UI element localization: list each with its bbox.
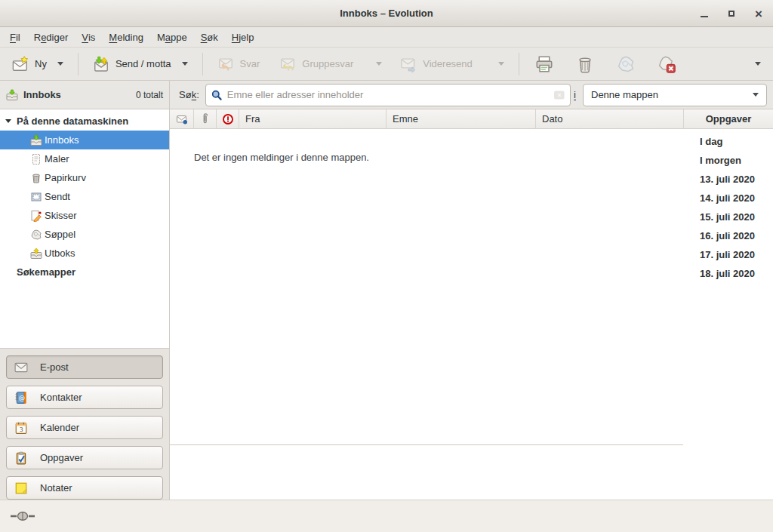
switcher-label: E-post (40, 361, 69, 373)
folder-row[interactable]: Skisser (0, 206, 169, 225)
task-date-label: I morgen (700, 155, 741, 166)
column-attachment[interactable] (194, 109, 217, 128)
search-input[interactable] (227, 89, 549, 100)
folder-row[interactable]: Sendt (0, 187, 169, 206)
column-subject[interactable]: Emne (386, 109, 536, 128)
new-message-button[interactable]: Ny (6, 51, 69, 77)
task-pane: Oppgaver I dag I morgen 13. juli 2020 (683, 109, 773, 500)
task-date-label: 16. juli 2020 (700, 230, 755, 241)
titlebar: Innboks – Evolution × (0, 0, 773, 27)
column-from[interactable]: Fra (239, 109, 386, 128)
minimize-button[interactable] (696, 5, 713, 22)
forward-button[interactable]: Videresend (394, 51, 510, 77)
folder-row[interactable]: Papirkurv (0, 168, 169, 187)
folder-icon (30, 210, 42, 222)
folder-row[interactable]: Søppel (0, 225, 169, 244)
menu-item-label-pre: M (157, 32, 165, 43)
statusbar (0, 500, 773, 532)
folder-row[interactable]: Utboks (0, 244, 169, 263)
menu-item-label-post: ppe (171, 32, 187, 43)
delete-button[interactable] (568, 51, 602, 78)
close-button[interactable]: × (750, 5, 767, 22)
menu-item[interactable]: Fil (3, 27, 27, 47)
search-input-wrap[interactable] (205, 84, 571, 106)
folder-label: Sendt (45, 191, 70, 202)
menu-item[interactable]: Rediger (27, 27, 75, 47)
task-date-row[interactable]: 16. juli 2020 (683, 226, 773, 245)
switcher-button[interactable]: E-post (6, 355, 163, 379)
column-date[interactable]: Dato (536, 109, 683, 128)
folder-row[interactable]: Maler (0, 149, 169, 168)
chevron-down-icon[interactable] (57, 62, 63, 66)
toolbar-separator (202, 53, 203, 75)
toolbar-separator (519, 53, 519, 75)
maximize-button[interactable] (723, 5, 740, 22)
column-message-status[interactable] (170, 109, 194, 128)
folder-label: Papirkurv (45, 172, 86, 183)
chevron-down-icon[interactable] (376, 62, 382, 66)
switcher-button[interactable]: Kontakter (6, 386, 163, 409)
switcher-button[interactable]: Notater (6, 476, 163, 500)
tree-root-search-folders[interactable]: Søkemapper (0, 263, 169, 281)
reply-icon (217, 56, 234, 72)
menu-item-label-post: is (88, 32, 95, 43)
folder-row[interactable]: Innboks (0, 131, 169, 149)
menu-item-label-post: jelp (239, 32, 254, 43)
message-list-body[interactable]: Det er ingen meldinger i denne mappen. (170, 129, 683, 445)
column-priority[interactable] (217, 109, 239, 128)
message-list-header: Fra Emne Dato (170, 109, 683, 129)
menu-item[interactable]: Hjelp (225, 27, 261, 47)
expander-triangle-icon[interactable] (5, 119, 11, 123)
chevron-down-icon[interactable] (182, 62, 188, 66)
chevron-down-icon[interactable] (498, 62, 504, 66)
inbox-icon (6, 89, 18, 101)
window-title: Innboks – Evolution (0, 0, 773, 27)
task-date-row[interactable]: 17. juli 2020 (683, 245, 773, 264)
task-pane-header[interactable]: Oppgaver (683, 109, 773, 129)
search-label: Søk: (179, 89, 199, 100)
switcher-icon (14, 361, 28, 374)
menu-item[interactable]: Søk (194, 27, 225, 47)
not-junk-button[interactable] (650, 51, 683, 78)
menu-item-label-post: øk (207, 32, 217, 43)
new-message-icon (12, 56, 29, 72)
menu-item[interactable]: Vis (75, 27, 102, 47)
switcher-button[interactable]: Oppgaver (6, 446, 163, 469)
toolbar-overflow-button[interactable] (744, 62, 767, 66)
group-reply-button[interactable]: Gruppesvar (273, 51, 388, 77)
folder-message-count: 0 totalt (136, 90, 163, 100)
task-date-row[interactable]: 18. juli 2020 (683, 264, 773, 283)
search-icon (211, 89, 223, 101)
reply-button[interactable]: Svar (211, 51, 266, 77)
print-button[interactable] (528, 51, 561, 78)
menu-item-label-post: elding (117, 32, 143, 43)
junk-button[interactable] (609, 51, 642, 78)
send-receive-button[interactable]: Send / motta (87, 51, 194, 77)
menu-item-label-accel: H (232, 32, 239, 43)
tree-root-on-this-computer[interactable]: På denne datamaskinen (0, 112, 169, 131)
switcher-label: Kalender (40, 422, 79, 433)
task-date-row[interactable]: 14. juli 2020 (683, 189, 773, 208)
task-date-row[interactable]: I morgen (683, 151, 773, 170)
task-date-row[interactable]: I dag (683, 132, 773, 151)
task-date-label: I dag (700, 136, 722, 147)
search-folders-label: Søkemapper (17, 266, 75, 278)
menu-item[interactable]: Melding (102, 27, 150, 47)
menu-item-label-accel: S (201, 32, 208, 43)
folder-icon (30, 229, 42, 241)
menu-item-label-accel: e (41, 32, 46, 43)
online-status-plug-icon[interactable] (11, 510, 35, 522)
folder-icon (30, 191, 42, 203)
menu-item-label-accel: a (165, 32, 171, 43)
task-date-row[interactable]: 13. juli 2020 (683, 170, 773, 189)
switcher-button[interactable]: Kalender (6, 416, 163, 439)
folder-header: Innboks 0 totalt (0, 81, 170, 109)
search-scope-select[interactable]: Denne mappen (583, 84, 767, 106)
switcher-icon (14, 421, 28, 435)
menubar: Fil Rediger Vis Melding Mappe Søk Hjelp (0, 27, 773, 48)
message-list-pane: Fra Emne Dato Det er ingen meldinger i d… (170, 109, 683, 500)
switcher-label: Kontakter (40, 392, 82, 403)
task-date-row[interactable]: 15. juli 2020 (683, 208, 773, 226)
clear-search-icon[interactable] (553, 89, 565, 101)
menu-item[interactable]: Mappe (150, 27, 194, 47)
